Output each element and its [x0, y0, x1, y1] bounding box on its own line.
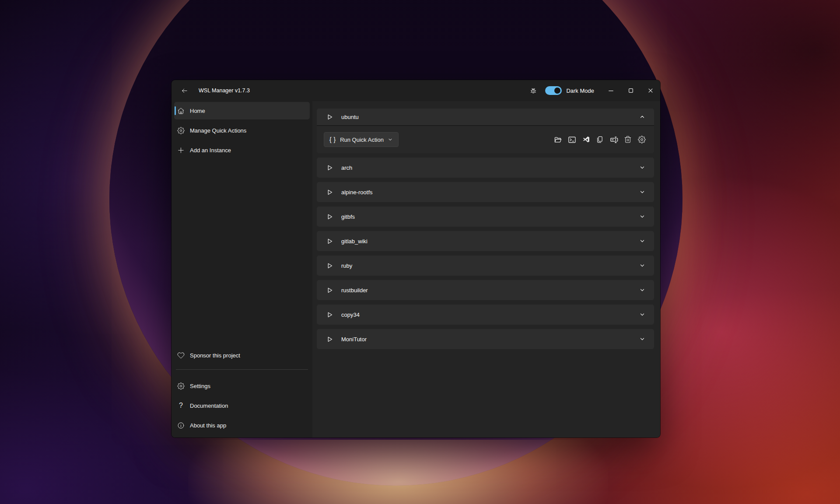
sidebar-item-label: Add an Instance	[190, 147, 231, 154]
sidebar: Home Manage Quick Actions	[172, 101, 312, 438]
play-icon	[326, 164, 333, 171]
home-icon	[177, 107, 185, 115]
gear-icon	[638, 136, 646, 144]
dark-mode-toggle[interactable]	[545, 86, 562, 95]
chevron-up-icon	[639, 114, 645, 120]
open-terminal-button[interactable]	[567, 134, 577, 145]
maximize-icon	[628, 88, 634, 94]
play-icon	[326, 287, 333, 294]
run-quick-action-button[interactable]: { } Run Quick Action	[324, 132, 399, 147]
play-icon	[326, 262, 333, 269]
sidebar-item-label: Home	[190, 108, 205, 114]
sidebar-item-label: Manage Quick Actions	[190, 127, 246, 134]
braces-icon: { }	[329, 136, 336, 143]
debug-button[interactable]	[525, 83, 542, 98]
instance-name: copy34	[341, 312, 360, 318]
instance-card-MoniTutor: MoniTutor	[317, 329, 654, 349]
close-icon	[648, 88, 654, 94]
instance-card-gitbfs: gitbfs	[317, 206, 654, 227]
instance-settings-button[interactable]	[637, 134, 647, 145]
sidebar-item-label: Documentation	[190, 402, 228, 409]
minimize-button[interactable]	[601, 80, 621, 101]
plus-icon	[177, 147, 185, 154]
open-vscode-button[interactable]	[581, 134, 591, 145]
instance-name: rustbuilder	[341, 287, 368, 294]
desktop: WSL Manager v1.7.3	[0, 0, 840, 504]
wallpaper-rim-glow	[188, 440, 608, 504]
instance-name: alpine-rootfs	[341, 189, 373, 196]
sidebar-item-documentation[interactable]: ? Documentation	[174, 397, 310, 414]
sidebar-item-add-instance[interactable]: Add an Instance	[174, 141, 310, 159]
start-instance-button[interactable]	[326, 286, 333, 294]
chevron-down-icon	[639, 262, 645, 269]
start-instance-button[interactable]	[326, 311, 333, 318]
instance-header[interactable]: alpine-rootfs	[317, 182, 654, 202]
close-button[interactable]	[640, 80, 660, 101]
gear-icon	[177, 127, 185, 134]
sidebar-item-settings[interactable]: Settings	[174, 377, 310, 395]
sidebar-item-label: Settings	[190, 383, 210, 389]
sidebar-item-label: About this app	[190, 422, 226, 429]
chevron-down-icon	[639, 214, 645, 220]
arrow-left-icon	[181, 87, 188, 94]
duplicate-instance-button[interactable]	[595, 134, 605, 145]
rename-instance-button[interactable]	[609, 134, 619, 145]
toggle-knob	[554, 88, 560, 94]
play-icon	[326, 336, 333, 343]
wsl-manager-window: WSL Manager v1.7.3	[172, 80, 660, 438]
titlebar[interactable]: WSL Manager v1.7.3	[172, 80, 660, 101]
start-instance-button[interactable]	[326, 188, 333, 196]
start-instance-button[interactable]	[326, 237, 333, 245]
instance-header[interactable]: MoniTutor	[317, 329, 654, 349]
instance-card-alpine-rootfs: alpine-rootfs	[317, 182, 654, 202]
chevron-down-icon	[639, 238, 645, 244]
instance-name: arch	[341, 164, 352, 171]
start-instance-button[interactable]	[326, 335, 333, 343]
instance-list-panel: ubuntu { } Run Quick Action	[312, 101, 660, 438]
chevron-down-icon	[388, 137, 393, 142]
chevron-down-icon	[639, 287, 645, 293]
start-instance-button[interactable]	[326, 213, 333, 220]
start-instance-button[interactable]	[326, 164, 333, 172]
chevron-down-icon	[639, 189, 645, 195]
instance-header[interactable]: gitbfs	[317, 206, 654, 227]
delete-instance-button[interactable]	[623, 134, 633, 145]
vscode-icon	[582, 136, 590, 144]
instance-name: ubuntu	[341, 114, 359, 120]
instance-header[interactable]: copy34	[317, 304, 654, 325]
sidebar-item-manage-quick-actions[interactable]: Manage Quick Actions	[174, 122, 310, 139]
instance-header[interactable]: arch	[317, 158, 654, 178]
dark-mode-label: Dark Mode	[566, 88, 594, 94]
sidebar-divider	[176, 369, 308, 370]
play-icon	[326, 114, 333, 120]
instance-card-ruby: ruby	[317, 256, 654, 276]
start-instance-button[interactable]	[326, 113, 333, 121]
instance-header[interactable]: rustbuilder	[317, 280, 654, 300]
instance-card-arch: arch	[317, 158, 654, 178]
chevron-down-icon	[639, 336, 645, 342]
maximize-button[interactable]	[621, 80, 640, 101]
instance-name: gitbfs	[341, 214, 355, 220]
instance-card-ubuntu: ubuntu { } Run Quick Action	[317, 108, 654, 153]
instance-card-copy34: copy34	[317, 304, 654, 325]
window-title: WSL Manager v1.7.3	[199, 88, 250, 94]
sidebar-item-sponsor[interactable]: Sponsor this project	[174, 346, 310, 364]
play-icon	[326, 214, 333, 220]
start-instance-button[interactable]	[326, 262, 333, 270]
copy-icon	[596, 136, 604, 144]
instance-name: ruby	[341, 262, 352, 269]
instance-header[interactable]: ruby	[317, 256, 654, 276]
play-icon	[326, 189, 333, 196]
gear-icon	[177, 382, 185, 390]
back-button[interactable]	[176, 83, 192, 98]
sidebar-spacer	[174, 161, 310, 346]
sidebar-item-about[interactable]: About this app	[174, 416, 310, 434]
terminal-icon	[568, 136, 576, 144]
info-icon	[177, 422, 185, 429]
chevron-down-icon	[639, 164, 645, 171]
instance-header[interactable]: ubuntu	[317, 108, 654, 126]
instance-name: gitlab_wiki	[341, 238, 368, 245]
sidebar-item-home[interactable]: Home	[174, 102, 310, 119]
instance-header[interactable]: gitlab_wiki	[317, 231, 654, 251]
open-folder-button[interactable]	[553, 134, 563, 145]
